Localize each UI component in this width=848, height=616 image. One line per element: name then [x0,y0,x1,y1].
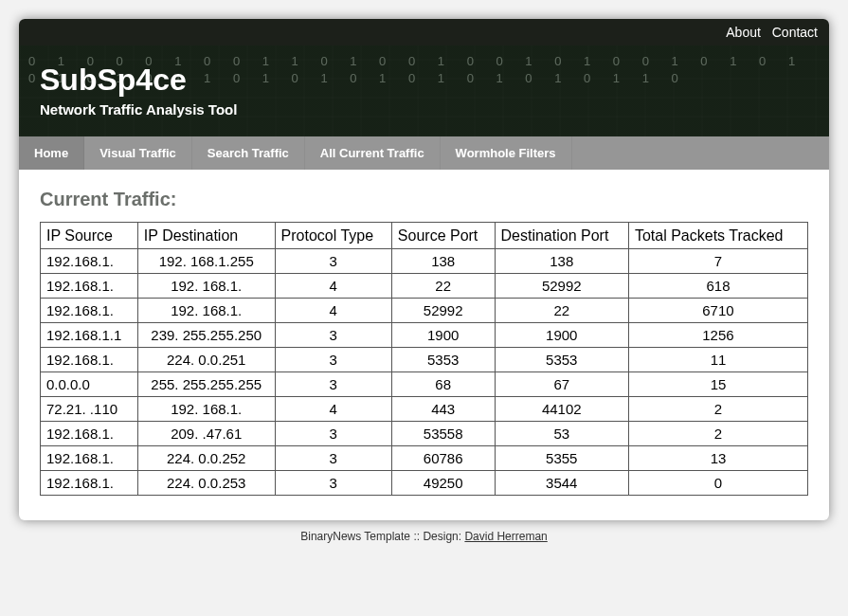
cell: 192. 168.1. [137,397,275,422]
col-header: IP Destination [137,223,275,249]
cell: 192. 168.1. [137,299,275,323]
cell: 1256 [628,323,807,348]
cell: 53558 [391,422,495,446]
cell: 255. 255.255.255 [137,372,275,397]
table-row: 0.0.0.0255. 255.255.2553686715 [41,372,808,397]
cell: 3 [275,422,391,446]
cell: 192.168.1.1 [41,323,138,348]
cell: 3 [275,446,391,471]
main-nav: HomeVisual TrafficSearch TrafficAll Curr… [19,136,829,170]
footer: BinaryNews Template :: Design: David Her… [19,520,829,547]
cell: 2 [628,422,807,446]
cell: 4 [275,397,391,422]
nav-item-visual-traffic[interactable]: Visual Traffic [84,136,192,170]
table-row: 192.168.1.224. 0.0.25135353535311 [41,348,808,372]
cell: 4 [275,274,391,299]
cell: 4 [275,299,391,323]
section-title: Current Traffic: [40,189,808,210]
cell: 7 [628,249,807,274]
cell: 3 [275,471,391,496]
footer-designer-link[interactable]: David Herreman [464,530,547,543]
cell: 443 [391,397,495,422]
cell: 68 [391,372,495,397]
col-header: Protocol Type [275,223,391,249]
table-row: 192.168.1.192. 168.1.42252992618 [41,274,808,299]
cell: 224. 0.0.251 [137,348,275,372]
nav-item-home[interactable]: Home [19,136,84,170]
cell: 3 [275,372,391,397]
nav-item-all-current-traffic[interactable]: All Current Traffic [305,136,441,170]
cell: 192.168.1. [41,348,138,372]
cell: 5353 [391,348,495,372]
cell: 138 [391,249,495,274]
site-subtitle: Network Traffic Analysis Tool [40,101,808,118]
cell: 192. 168.1. [137,274,275,299]
cell: 67 [495,372,628,397]
traffic-table: IP SourceIP DestinationProtocol TypeSour… [40,222,808,496]
table-row: 192.168.1.224. 0.0.252360786535513 [41,446,808,471]
table-row: 192.168.1.192. 168.1.452992226710 [41,299,808,323]
app-window: About Contact SubSp4ce Network Traffic A… [19,19,829,520]
col-header: IP Source [41,223,138,249]
contact-link[interactable]: Contact [772,25,818,40]
cell: 0.0.0.0 [41,372,138,397]
cell: 52992 [391,299,495,323]
cell: 5355 [495,446,628,471]
table-row: 192.168.1.1239. 255.255.2503190019001256 [41,323,808,348]
cell: 22 [391,274,495,299]
header: SubSp4ce Network Traffic Analysis Tool [19,45,829,136]
cell: 192.168.1. [41,274,138,299]
cell: 192. 168.1.255 [137,249,275,274]
cell: 209. .47.61 [137,422,275,446]
cell: 0 [628,471,807,496]
col-header: Total Packets Tracked [628,223,807,249]
topbar: About Contact [19,19,829,45]
table-row: 192.168.1.192. 168.1.25531381387 [41,249,808,274]
cell: 60786 [391,446,495,471]
cell: 192.168.1. [41,249,138,274]
cell: 192.168.1. [41,471,138,496]
cell: 239. 255.255.250 [137,323,275,348]
col-header: Destination Port [495,223,628,249]
nav-item-search-traffic[interactable]: Search Traffic [192,136,305,170]
table-body: 192.168.1.192. 168.1.25531381387192.168.… [41,249,808,496]
cell: 618 [628,274,807,299]
table-row: 192.168.1.224. 0.0.25334925035440 [41,471,808,496]
cell: 3 [275,249,391,274]
cell: 224. 0.0.253 [137,471,275,496]
about-link[interactable]: About [726,25,761,40]
cell: 53 [495,422,628,446]
cell: 5353 [495,348,628,372]
table-header-row: IP SourceIP DestinationProtocol TypeSour… [41,223,808,249]
cell: 3 [275,348,391,372]
table-row: 192.168.1.209. .47.61353558532 [41,422,808,446]
cell: 224. 0.0.252 [137,446,275,471]
cell: 15 [628,372,807,397]
cell: 13 [628,446,807,471]
cell: 192.168.1. [41,446,138,471]
cell: 72.21. .110 [41,397,138,422]
cell: 11 [628,348,807,372]
table-row: 72.21. .110192. 168.1.4443441022 [41,397,808,422]
cell: 1900 [391,323,495,348]
nav-item-wormhole-filters[interactable]: Wormhole Filters [441,136,572,170]
content: Current Traffic: IP SourceIP Destination… [19,170,829,520]
col-header: Source Port [391,223,495,249]
cell: 52992 [495,274,628,299]
cell: 1900 [495,323,628,348]
cell: 49250 [391,471,495,496]
cell: 6710 [628,299,807,323]
cell: 2 [628,397,807,422]
cell: 192.168.1. [41,299,138,323]
cell: 192.168.1. [41,422,138,446]
cell: 3544 [495,471,628,496]
cell: 44102 [495,397,628,422]
cell: 3 [275,323,391,348]
site-title: SubSp4ce [40,63,808,98]
cell: 138 [495,249,628,274]
cell: 22 [495,299,628,323]
footer-text: BinaryNews Template :: Design: [300,530,464,543]
